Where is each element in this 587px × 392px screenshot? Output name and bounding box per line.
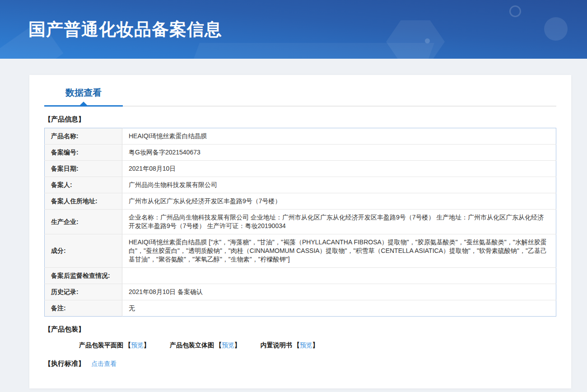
content-card: 数据查看 【产品信息】 产品名称: HEAIQI琦憶丝素蛋白结晶膜 备案编号: … — [29, 75, 571, 388]
banner-decor-dot — [425, 38, 430, 43]
table-row: 备案后监督检查情况: — [45, 268, 556, 284]
field-value: 广州品尚生物科技发展有限公司 — [122, 177, 556, 193]
table-row: 产品名称: HEAIQI琦憶丝素蛋白结晶膜 — [45, 128, 556, 145]
page-title: 国产普通化妆品备案信息 — [28, 18, 222, 41]
field-label: 备案人住所地址: — [45, 193, 122, 210]
standard-view-link[interactable]: 点击查看 — [91, 360, 116, 367]
field-value — [122, 268, 556, 284]
bracket-open: 【 — [125, 341, 131, 349]
table-row: 备注: 无 — [45, 300, 556, 317]
tab-bar: 数据查看 — [44, 87, 556, 107]
packaging-links-row: 产品包装平面图【预览】 产品包装立体图【预览】 内置说明书【预览】 — [44, 341, 556, 350]
table-row: 成分: HEAIQI琦憶丝素蛋白结晶膜 ["水"，"海藻糖"，"甘油"，"褐藻（… — [45, 234, 556, 268]
table-row: 生产企业: 企业名称：广州品尚生物科技发展有限公司 企业地址：广州市从化区广东从… — [45, 210, 556, 234]
field-label: 备案日期: — [45, 161, 122, 177]
banner-decor-ring — [509, 5, 521, 17]
packaging-heading: 【产品包装】 — [44, 325, 556, 334]
preview-link-flat[interactable]: 预览 — [131, 341, 144, 349]
field-value: 粤G妆网备字2021540673 — [122, 145, 556, 161]
table-row: 备案日期: 2021年08月10日 — [45, 161, 556, 177]
table-row: 历史记录: 2021年08月10日 备案确认 — [45, 284, 556, 300]
field-value: 广州市从化区广东从化经济开发区丰盈路9号（7号楼） — [122, 193, 556, 210]
tab-data-view[interactable]: 数据查看 — [44, 87, 123, 106]
field-value: HEAIQI琦憶丝素蛋白结晶膜 — [122, 128, 556, 145]
packaging-item-label: 产品包装平面图 — [79, 341, 123, 349]
banner-decor-hexagon — [386, 20, 445, 59]
table-row: 备案人住所地址: 广州市从化区广东从化经济开发区丰盈路9号（7号楼） — [45, 193, 556, 210]
field-label: 备案后监督检查情况: — [45, 268, 122, 284]
field-label: 备注: — [45, 300, 122, 317]
packaging-item-3d: 产品包装立体图【预览】 — [170, 341, 241, 350]
field-value: HEAIQI琦憶丝素蛋白结晶膜 ["水"，"海藻糖"，"甘油"，"褐藻（PHYL… — [122, 234, 556, 268]
field-label: 备案编号: — [45, 145, 122, 161]
product-info-table: 产品名称: HEAIQI琦憶丝素蛋白结晶膜 备案编号: 粤G妆网备字202154… — [44, 128, 556, 317]
page-banner: 国产普通化妆品备案信息 — [0, 0, 587, 59]
table-row: 备案编号: 粤G妆网备字2021540673 — [45, 145, 556, 161]
preview-link-3d[interactable]: 预览 — [222, 341, 234, 349]
bracket-close: 】 — [144, 341, 150, 349]
field-value: 无 — [122, 300, 556, 317]
bracket-close: 】 — [234, 341, 241, 349]
field-label: 历史记录: — [45, 284, 122, 300]
bracket-open: 【 — [294, 341, 300, 349]
tab-active-underline — [44, 105, 123, 107]
bracket-close: 】 — [312, 341, 319, 349]
banner-decor-circle — [544, 17, 568, 41]
packaging-item-label: 内置说明书 — [261, 341, 292, 349]
standard-heading: 【执行标准】 — [44, 359, 85, 368]
table-row: 备案人: 广州品尚生物科技发展有限公司 — [45, 177, 556, 193]
tab-active-arrow-icon — [80, 102, 87, 105]
packaging-item-manual: 内置说明书【预览】 — [261, 341, 319, 350]
tab-data-view-label: 数据查看 — [65, 88, 102, 98]
field-value: 2021年08月10日 备案确认 — [122, 284, 556, 300]
banner-decor-band-2 — [180, 43, 434, 59]
bracket-open: 【 — [215, 341, 222, 349]
packaging-item-flat: 产品包装平面图【预览】 — [79, 341, 150, 350]
field-label: 生产企业: — [45, 210, 122, 234]
field-label: 备案人: — [45, 177, 122, 193]
preview-link-manual[interactable]: 预览 — [300, 341, 312, 349]
field-label: 成分: — [45, 234, 122, 268]
product-info-heading: 【产品信息】 — [44, 115, 556, 124]
field-value: 企业名称：广州品尚生物科技发展有限公司 企业地址：广州市从化区广东从化经济开发区… — [122, 210, 556, 234]
packaging-item-label: 产品包装立体图 — [170, 341, 214, 349]
standard-row: 【执行标准】 点击查看 — [44, 359, 556, 368]
field-label: 产品名称: — [45, 128, 122, 145]
field-value: 2021年08月10日 — [122, 161, 556, 177]
